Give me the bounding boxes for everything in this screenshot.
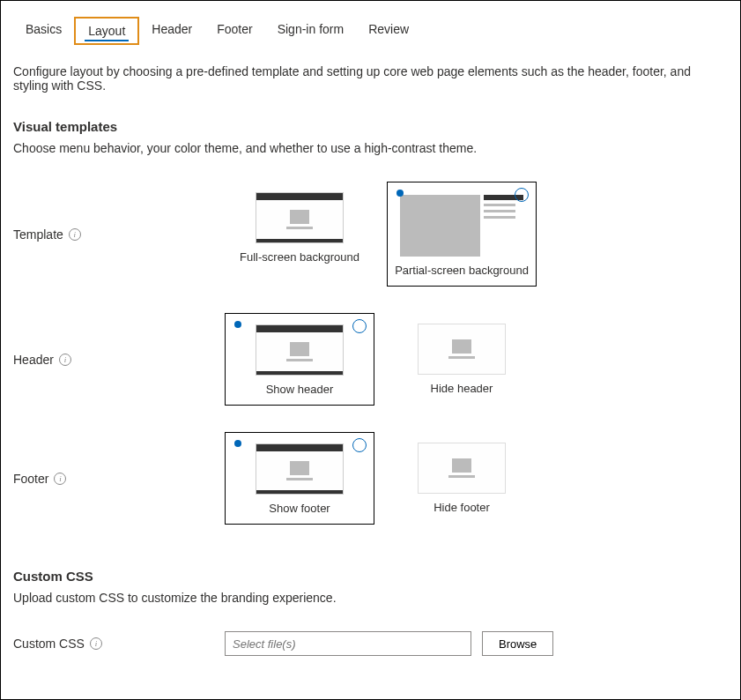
row-footer: Footer i Show footer Hide footer: [13, 432, 728, 525]
row-header: Header i Show header Hide header: [13, 313, 728, 406]
thumbnail-hide-footer: [418, 443, 506, 494]
header-hide-label: Hide header: [394, 382, 530, 395]
label-footer: Footer i: [13, 472, 225, 486]
footer-show-label: Show footer: [233, 502, 367, 515]
header-option-show[interactable]: Show header: [225, 313, 374, 406]
label-custom-css: Custom CSS i: [13, 637, 225, 651]
row-template: Template i Full-screen background Partia…: [13, 182, 728, 287]
info-icon[interactable]: i: [59, 354, 71, 366]
tab-layout[interactable]: Layout: [74, 17, 139, 45]
custom-css-file-input[interactable]: [225, 631, 471, 656]
selected-dot-icon: [234, 321, 241, 328]
radio-circle-icon: [515, 188, 529, 202]
footer-option-hide[interactable]: Hide footer: [387, 432, 537, 525]
selected-dot-icon: [396, 190, 404, 197]
tab-header[interactable]: Header: [139, 17, 204, 45]
custom-css-subtitle: Upload custom CSS to customize the brand…: [13, 591, 728, 605]
header-option-hide[interactable]: Hide header: [387, 313, 537, 406]
label-template: Template i: [13, 227, 225, 242]
label-footer-text: Footer: [13, 472, 48, 486]
info-icon[interactable]: i: [69, 228, 81, 241]
template-fullscreen-label: Full-screen background: [232, 250, 367, 264]
label-header-text: Header: [13, 353, 54, 367]
thumbnail-fullscreen: [256, 192, 344, 243]
custom-css-title: Custom CSS: [13, 569, 728, 584]
row-custom-css: Custom CSS i Browse: [13, 631, 728, 656]
footer-hide-label: Hide footer: [394, 501, 530, 514]
label-custom-css-text: Custom CSS: [13, 637, 85, 651]
template-option-fullscreen[interactable]: Full-screen background: [225, 182, 374, 287]
thumbnail-show-header: [256, 324, 344, 376]
header-show-label: Show header: [233, 383, 367, 396]
browse-button[interactable]: Browse: [482, 631, 553, 656]
tab-review[interactable]: Review: [356, 17, 421, 45]
info-icon[interactable]: i: [90, 637, 102, 650]
thumbnail-partial: [400, 195, 523, 257]
visual-templates-subtitle: Choose menu behavior, your color theme, …: [13, 141, 728, 155]
visual-templates-title: Visual templates: [13, 119, 728, 134]
radio-circle-icon: [352, 438, 367, 452]
label-template-text: Template: [13, 227, 63, 242]
info-icon[interactable]: i: [54, 473, 66, 485]
thumbnail-hide-header: [418, 324, 506, 375]
thumbnail-show-footer: [256, 443, 344, 495]
tabs-bar: Basics Layout Header Footer Sign-in form…: [13, 17, 728, 45]
tab-footer[interactable]: Footer: [204, 17, 264, 45]
tab-basics[interactable]: Basics: [13, 17, 74, 45]
radio-circle-icon: [352, 319, 367, 333]
label-header: Header i: [13, 353, 225, 367]
layout-description: Configure layout by choosing a pre-defin…: [13, 64, 728, 93]
tab-signin[interactable]: Sign-in form: [265, 17, 356, 45]
footer-option-show[interactable]: Show footer: [225, 432, 374, 525]
template-option-partial[interactable]: Partial-screen background: [387, 182, 537, 287]
selected-dot-icon: [234, 440, 241, 447]
template-partial-label: Partial-screen background: [395, 264, 529, 277]
